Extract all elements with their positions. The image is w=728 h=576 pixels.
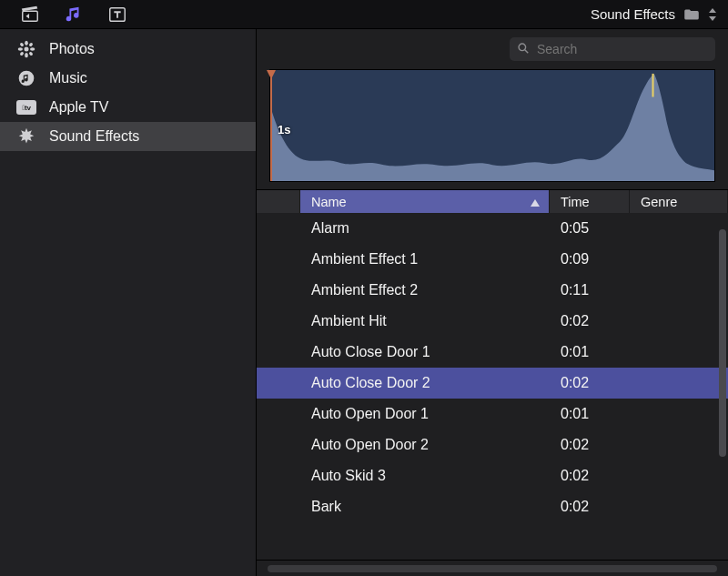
table-row[interactable]: Ambient Effect 10:09 <box>257 244 728 275</box>
search-row <box>257 29 728 69</box>
cell-name: Auto Open Door 2 <box>300 437 550 453</box>
svg-point-4 <box>25 53 28 57</box>
search-field[interactable] <box>510 37 715 61</box>
note-icon <box>16 68 36 88</box>
main-panel: 1s Name Time Genre Alarm0:05Ambie <box>257 29 728 576</box>
sidebar: Photos Music tv Apple TV Sound Effects <box>0 29 257 576</box>
updown-icon <box>708 8 717 21</box>
search-input[interactable] <box>537 42 708 56</box>
column-name[interactable]: Name <box>300 190 550 213</box>
cell-time: 0:05 <box>550 220 630 237</box>
table-body: Alarm0:05Ambient Effect 10:09Ambient Eff… <box>257 213 728 560</box>
results-table: Name Time Genre Alarm0:05Ambient Effect … <box>257 189 728 576</box>
sidebar-item-appletv[interactable]: tv Apple TV <box>0 93 256 122</box>
svg-point-3 <box>25 41 28 45</box>
cell-name: Ambient Effect 2 <box>300 282 550 298</box>
cell-time: 0:02 <box>550 375 630 391</box>
cell-name: Auto Open Door 1 <box>300 406 550 422</box>
sidebar-item-label: Photos <box>49 41 95 57</box>
cell-time: 0:01 <box>550 406 630 422</box>
svg-point-8 <box>28 42 33 46</box>
cell-time: 0:11 <box>550 282 630 298</box>
column-genre[interactable]: Genre <box>630 190 728 213</box>
svg-point-5 <box>18 47 23 51</box>
sidebar-item-sound-effects[interactable]: Sound Effects <box>0 122 256 151</box>
vertical-scrollbar[interactable] <box>719 229 726 457</box>
table-row[interactable]: Ambient Hit0:02 <box>257 306 728 337</box>
cell-name: Ambient Effect 1 <box>300 251 550 268</box>
music-note-icon[interactable] <box>64 5 84 25</box>
svg-point-9 <box>19 51 24 56</box>
cell-name: Auto Skid 3 <box>300 468 550 484</box>
folder-icon <box>682 8 701 21</box>
table-row[interactable]: Auto Skid 30:02 <box>257 460 728 491</box>
svg-point-6 <box>30 47 35 51</box>
cell-time: 0:02 <box>550 468 630 484</box>
playhead-time: 1s <box>278 123 290 136</box>
cell-name: Auto Close Door 1 <box>300 344 550 360</box>
sidebar-item-label: Sound Effects <box>49 128 139 145</box>
cell-name: Auto Close Door 2 <box>300 375 550 391</box>
svg-rect-14 <box>652 74 653 97</box>
column-time[interactable]: Time <box>550 190 630 213</box>
cell-time: 0:09 <box>550 251 630 268</box>
table-row[interactable]: Alarm0:05 <box>257 213 728 244</box>
cell-time: 0:01 <box>550 344 630 360</box>
table-row[interactable]: Auto Close Door 10:01 <box>257 337 728 368</box>
horizontal-scrollbar-thumb[interactable] <box>268 565 717 572</box>
svg-point-2 <box>25 47 29 52</box>
appletv-icon: tv <box>16 97 36 117</box>
cell-name: Alarm <box>300 220 550 237</box>
column-play <box>257 190 300 213</box>
playhead[interactable] <box>270 70 272 181</box>
cell-name: Bark <box>300 499 550 515</box>
cell-time: 0:02 <box>550 499 630 515</box>
svg-line-13 <box>525 49 529 53</box>
svg-point-7 <box>19 42 24 46</box>
table-header: Name Time Genre <box>257 189 728 213</box>
titlebar: Sound Effects <box>0 0 728 29</box>
sidebar-item-photos[interactable]: Photos <box>0 35 256 64</box>
waveform-preview[interactable]: 1s <box>257 69 728 189</box>
table-row[interactable]: Auto Open Door 10:01 <box>257 399 728 429</box>
burst-icon <box>16 126 36 147</box>
cell-time: 0:02 <box>550 437 630 453</box>
titlebar-context[interactable]: Sound Effects <box>591 6 728 22</box>
context-label: Sound Effects <box>591 6 675 22</box>
table-row[interactable]: Bark0:02 <box>257 491 728 522</box>
table-row[interactable]: Ambient Effect 20:11 <box>257 275 728 306</box>
flower-icon <box>16 39 36 59</box>
table-row[interactable]: Auto Close Door 20:02 <box>257 368 728 399</box>
svg-point-12 <box>519 44 526 51</box>
svg-point-10 <box>28 51 33 56</box>
horizontal-scrollbar[interactable] <box>257 560 728 576</box>
toolbar-left <box>0 5 127 25</box>
sidebar-item-label: Music <box>49 70 87 86</box>
title-text-icon[interactable] <box>107 5 127 25</box>
svg-rect-0 <box>23 11 38 21</box>
search-icon <box>517 42 530 57</box>
table-row[interactable]: Auto Open Door 20:02 <box>257 429 728 460</box>
sidebar-item-music[interactable]: Music <box>0 64 256 93</box>
waveform-graphic <box>270 70 714 181</box>
sort-asc-icon <box>531 195 540 209</box>
cell-name: Ambient Hit <box>300 313 550 329</box>
sidebar-item-label: Apple TV <box>49 99 109 116</box>
clapperboard-icon[interactable] <box>20 5 40 25</box>
cell-time: 0:02 <box>550 313 630 329</box>
